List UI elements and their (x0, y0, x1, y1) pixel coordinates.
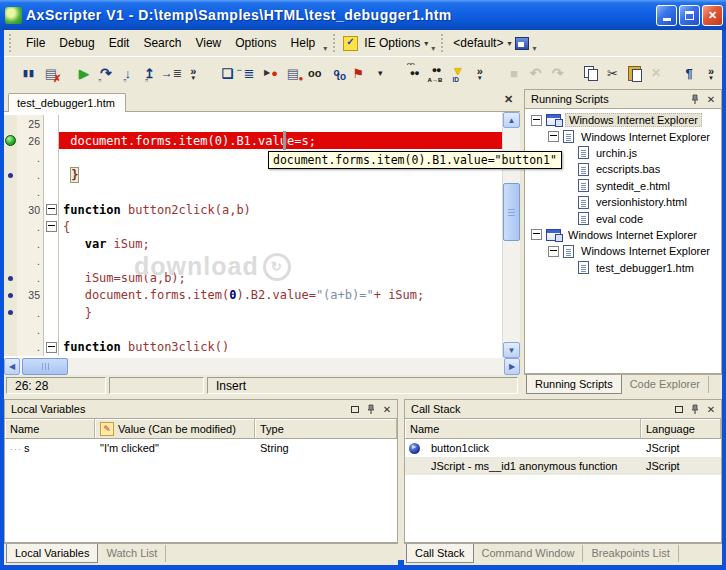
toolbar-grip[interactable] (333, 34, 340, 52)
close-button[interactable]: ✕ (702, 5, 723, 26)
bookmark-button[interactable] (347, 61, 369, 85)
running-scripts-tree[interactable]: Windows Internet ExplorerWindows Interne… (524, 109, 722, 374)
code-line[interactable]: . (4, 184, 502, 201)
dock-tab-local-variables[interactable]: Local Variables (6, 544, 98, 563)
scroll-thumb[interactable] (22, 358, 68, 375)
toggle-breakpoint-button[interactable] (260, 61, 282, 85)
tree-item-windows-internet-explorer[interactable]: Windows Internet Explorer (525, 128, 721, 144)
pin-icon[interactable] (688, 92, 702, 106)
column-header-type[interactable]: Type (255, 419, 397, 438)
paste-button[interactable] (623, 61, 645, 85)
dock-tab-call-stack[interactable]: Call Stack (406, 544, 474, 563)
toolbar-overflow-button[interactable] (182, 61, 204, 85)
abort-script-button[interactable] (40, 61, 62, 85)
close-icon[interactable]: ✕ (704, 402, 718, 416)
code-line[interactable]: . var iSum; (4, 235, 502, 252)
dock-tab-command-window[interactable]: Command Window (474, 545, 584, 562)
engine-combo[interactable]: <default> ▾ (451, 30, 531, 56)
float-icon[interactable] (348, 402, 362, 416)
code-line[interactable]: . (4, 253, 502, 270)
tree-collapse-icon[interactable] (548, 246, 559, 257)
minimize-button[interactable] (656, 5, 677, 26)
local-variables-grid[interactable]: ···s"I'm clicked"String (4, 439, 398, 543)
editor-close-button[interactable]: ✕ (501, 92, 516, 107)
menu-overflow-icon[interactable]: ▾ (323, 44, 327, 53)
tree-item-windows-internet-explorer[interactable]: Windows Internet Explorer (525, 243, 721, 259)
column-header-language[interactable]: Language (641, 419, 721, 438)
replace-button[interactable] (425, 61, 447, 85)
fold-collapse-icon[interactable] (46, 221, 57, 232)
menu-item-edit[interactable]: Edit (102, 36, 137, 50)
code-line[interactable]: . iSum=sum(a,b); (4, 270, 502, 287)
code-line[interactable]: . (4, 321, 502, 338)
column-header-name[interactable]: Name (405, 419, 641, 438)
find-button[interactable] (403, 61, 425, 85)
pin-icon[interactable] (364, 402, 378, 416)
tree-item-windows-internet-explorer[interactable]: Windows Internet Explorer (525, 227, 721, 243)
menu-item-debug[interactable]: Debug (52, 36, 101, 50)
code-line[interactable]: 30function button2click(a,b) (4, 201, 502, 218)
close-icon[interactable]: ✕ (380, 402, 394, 416)
menu-item-options[interactable]: Options (228, 36, 283, 50)
code-editor[interactable]: 2526 document.forms.item(0).B1.value=s;.… (4, 112, 520, 358)
code-line[interactable]: 26 document.forms.item(0).B1.value=s; (4, 132, 502, 149)
dock-tab-running-scripts[interactable]: Running Scripts (526, 375, 622, 394)
fold-collapse-icon[interactable] (46, 342, 57, 353)
step-out-button[interactable] (139, 61, 161, 85)
maximize-button[interactable] (679, 5, 700, 26)
menu-item-help[interactable]: Help (284, 36, 323, 50)
tree-collapse-icon[interactable] (548, 131, 559, 142)
code-line[interactable]: 25 (4, 115, 502, 132)
copy-button[interactable] (580, 61, 602, 85)
cascade-windows-button[interactable] (216, 61, 238, 85)
tree-item-eval-code[interactable]: eval code (525, 210, 721, 226)
scroll-left-icon[interactable]: ◀ (4, 358, 20, 375)
tab-test-debugger1[interactable]: test_debugger1.htm (8, 93, 126, 112)
tree-item-windows-internet-explorer[interactable]: Windows Internet Explorer (525, 112, 721, 128)
toolbar-overflow-button[interactable] (469, 61, 491, 85)
tree-collapse-icon[interactable] (531, 115, 542, 126)
scroll-down-icon[interactable]: ▼ (503, 342, 520, 358)
tree-collapse-icon[interactable] (531, 229, 542, 240)
highlight-id-button[interactable] (447, 61, 469, 85)
code-line[interactable]: . } (4, 304, 502, 321)
step-over-button[interactable] (95, 61, 117, 85)
call-stack-row[interactable]: JScript - ms__id1 anonymous functionJScr… (405, 457, 721, 475)
menu-overflow-icon[interactable]: ▾ (431, 44, 435, 53)
float-icon[interactable] (672, 402, 686, 416)
dock-tab-breakpoints-list[interactable]: Breakpoints List (583, 545, 678, 562)
table-row[interactable]: ···s"I'm clicked"String (5, 439, 397, 457)
add-watch-button[interactable] (326, 61, 348, 85)
code-line[interactable]: . } (4, 167, 502, 184)
call-stack-grid[interactable]: button1clickJScriptJScript - ms__id1 ano… (404, 439, 722, 543)
menu-overflow-icon[interactable]: ▾ (532, 44, 536, 53)
menu-item-file[interactable]: File (19, 36, 52, 50)
column-header-name[interactable]: Name (5, 419, 95, 438)
fold-collapse-icon[interactable] (46, 204, 57, 215)
menu-item-view[interactable]: View (188, 36, 228, 50)
new-breakpoint-button[interactable] (282, 61, 304, 85)
editor-horizontal-scrollbar[interactable]: ◀ ▶ (4, 358, 520, 375)
scroll-up-icon[interactable]: ▲ (503, 112, 520, 128)
scroll-thumb[interactable] (503, 183, 520, 241)
dock-tab-code-explorer[interactable]: Code Explorer (622, 376, 709, 393)
close-icon[interactable]: ✕ (704, 92, 718, 106)
tree-item-syntedit-e-html[interactable]: syntedit_e.html (525, 178, 721, 194)
break-all-button[interactable] (18, 61, 40, 85)
quick-watch-button[interactable] (304, 61, 326, 85)
show-paragraph-button[interactable] (678, 61, 700, 85)
breakpoint-list-button[interactable] (238, 61, 260, 85)
breakpoint-menu-button[interactable] (369, 61, 391, 85)
pin-icon[interactable] (688, 402, 702, 416)
tree-item-test-debugger1-htm[interactable]: test_debugger1.htm (525, 260, 721, 276)
call-stack-row[interactable]: button1clickJScript (405, 439, 721, 457)
code-line[interactable]: .function button3click() (4, 338, 502, 355)
code-line[interactable]: .{ (4, 218, 502, 235)
column-header-value-can-be-modified[interactable]: Value (Can be modified) (95, 419, 255, 438)
toolbar-grip[interactable] (441, 34, 448, 52)
run-button[interactable] (73, 61, 95, 85)
scroll-right-icon[interactable]: ▶ (504, 358, 520, 375)
run-to-cursor-button[interactable] (160, 61, 182, 85)
toolbar-grip[interactable] (9, 34, 16, 52)
tree-item-versionhistory-html[interactable]: versionhistory.html (525, 194, 721, 210)
